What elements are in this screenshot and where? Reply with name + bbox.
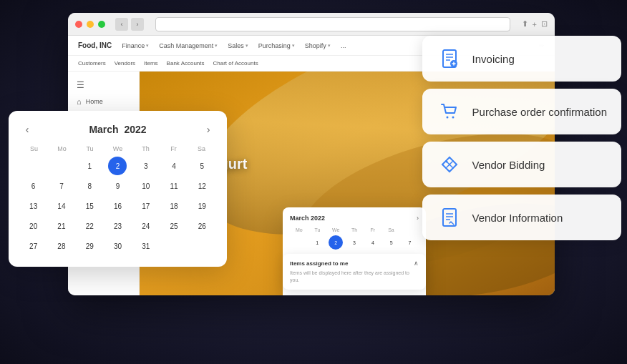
day-header-fr: Fr (364, 227, 382, 232)
day-header-tu: Tu (308, 227, 327, 232)
vendor-information-label: Vendor Information (472, 212, 563, 224)
cal-sm-day-4[interactable]: 4 (366, 235, 380, 250)
cal-day-23[interactable]: 23 (108, 217, 127, 235)
chevron-down-icon: ▾ (246, 43, 248, 49)
calendar-small-title: March 2022 (290, 215, 325, 222)
cal-sm-day-5[interactable]: 5 (384, 235, 399, 250)
cal-day-5[interactable]: 5 (193, 157, 211, 175)
cal-day-25[interactable]: 25 (165, 217, 183, 235)
day-header-th: Th (345, 227, 364, 232)
subnav-chart-of-accounts[interactable]: Chart of Accounts (213, 60, 258, 67)
calendar-small-next[interactable]: › (417, 215, 419, 222)
purchase-order-label: Purchase order confirmation (472, 106, 607, 118)
app-brand: Food, INC (78, 41, 112, 49)
share-icon[interactable]: ⬆ (522, 19, 528, 29)
cal-day-11[interactable]: 11 (165, 177, 183, 195)
cal-day-20[interactable]: 20 (24, 217, 43, 235)
browser-titlebar: ‹ › ⬆ + ⊡ (68, 13, 555, 36)
calendar-prev-button[interactable]: ‹ (20, 122, 34, 137)
cal-day-4[interactable]: 4 (165, 157, 183, 175)
feature-card-purchase-order[interactable]: Purchase order confirmation (422, 89, 621, 134)
feature-card-vendor-bidding[interactable]: Vendor Bidding (422, 142, 621, 187)
cal-day-24[interactable]: 24 (137, 217, 155, 235)
nav-more[interactable]: ... (341, 42, 346, 49)
cal-day-19[interactable]: 19 (193, 197, 211, 215)
cal-day-17[interactable]: 17 (137, 197, 155, 215)
traffic-light-green[interactable] (98, 21, 105, 28)
cal-sm-day-7[interactable]: 7 (403, 235, 417, 250)
subnav-items[interactable]: Items (144, 60, 158, 67)
cart-icon (437, 99, 462, 124)
day-hdr-sa: Sa (188, 145, 215, 152)
calendar-small-header: March 2022 › (290, 215, 419, 222)
cal-day-16[interactable]: 16 (108, 197, 127, 215)
nav-cash-management[interactable]: Cash Management ▾ (159, 42, 218, 49)
feature-card-vendor-information[interactable]: Vendor Information (422, 195, 621, 240)
day-header-we: We (326, 227, 345, 232)
cal-day-10[interactable]: 10 (137, 177, 155, 195)
subnav-vendors[interactable]: Vendors (115, 60, 135, 67)
calendar-main-title: March 2022 (89, 124, 146, 135)
cal-empty (52, 157, 71, 175)
browser-controls: ‹ › (115, 18, 144, 31)
right-panel: Invoicing Purchase order confirmation Ve… (422, 36, 621, 240)
nav-purchasing[interactable]: Purchasing ▾ (258, 42, 295, 49)
cal-day-30[interactable]: 30 (108, 237, 127, 255)
day-hdr-fr: Fr (160, 145, 188, 152)
sidebar-item-home[interactable]: ⌂ Home (68, 93, 139, 110)
traffic-light-red[interactable] (75, 21, 82, 28)
cal-day-13[interactable]: 13 (24, 197, 43, 215)
cal-day-6[interactable]: 6 (24, 177, 43, 195)
chevron-down-icon: ▾ (146, 43, 149, 49)
chevron-down-icon: ▾ (292, 43, 295, 49)
cal-day-22[interactable]: 22 (80, 217, 99, 235)
cal-day-14[interactable]: 14 (52, 197, 71, 215)
invoice-icon (437, 46, 462, 72)
new-tab-icon[interactable]: + (533, 20, 537, 29)
day-hdr-tu: Tu (76, 145, 104, 152)
cal-day-15[interactable]: 15 (80, 197, 99, 215)
cal-empty (193, 237, 211, 255)
cal-day-31[interactable]: 31 (137, 237, 155, 255)
cal-day-2[interactable]: 2 (108, 157, 127, 175)
nav-shopify[interactable]: Shopify ▾ (305, 42, 331, 49)
cal-day-21[interactable]: 21 (52, 217, 71, 235)
subnav-customers[interactable]: Customers (78, 60, 106, 67)
nav-finance[interactable]: Finance ▾ (122, 42, 149, 49)
cal-day-28[interactable]: 28 (52, 237, 71, 255)
cal-day-1[interactable]: 1 (80, 157, 99, 175)
calendar-main-days: 1 2 3 4 5 6 7 8 9 10 11 12 13 14 15 16 1… (20, 157, 215, 255)
forward-button[interactable]: › (131, 18, 144, 31)
feature-card-invoicing[interactable]: Invoicing (422, 36, 621, 82)
hamburger-menu[interactable]: ☰ (68, 77, 139, 93)
cal-day-18[interactable]: 18 (165, 197, 183, 215)
cal-sm-day-3[interactable]: 3 (347, 235, 361, 250)
cal-day-9[interactable]: 9 (108, 177, 127, 195)
nav-sales[interactable]: Sales ▾ (228, 42, 248, 49)
chevron-down-icon: ▾ (328, 43, 331, 49)
calendar-next-button[interactable]: › (201, 122, 215, 137)
cal-empty (165, 237, 183, 255)
chevron-up-icon[interactable]: ∧ (414, 260, 419, 267)
traffic-light-yellow[interactable] (87, 21, 94, 28)
back-button[interactable]: ‹ (115, 18, 128, 31)
calendar-main-day-headers: Su Mo Tu We Th Fr Sa (20, 145, 215, 152)
cal-sm-day-2[interactable]: 2 (329, 235, 343, 250)
cal-day-27[interactable]: 27 (24, 237, 43, 255)
cal-sm-day-1[interactable]: 1 (310, 235, 324, 250)
day-hdr-we: We (104, 145, 132, 152)
cal-day-12[interactable]: 12 (193, 177, 211, 195)
cal-day-3[interactable]: 3 (137, 157, 155, 175)
cal-day-7[interactable]: 7 (52, 177, 71, 195)
calendar-main-header: ‹ March 2022 › (20, 122, 215, 137)
items-section-header: Items assigned to me ∧ (290, 260, 419, 267)
sidebar-toggle-icon[interactable]: ⊡ (541, 19, 548, 29)
subnav-bank-accounts[interactable]: Bank Accounts (167, 60, 205, 67)
cal-day-26[interactable]: 26 (193, 217, 211, 235)
cal-day-8[interactable]: 8 (80, 177, 99, 195)
cal-day-29[interactable]: 29 (80, 237, 99, 255)
url-bar[interactable] (155, 17, 510, 31)
browser-right-icons: ⬆ + ⊡ (522, 19, 548, 29)
day-header-sa: Sa (382, 227, 401, 232)
chevron-down-icon: ▾ (215, 43, 218, 49)
